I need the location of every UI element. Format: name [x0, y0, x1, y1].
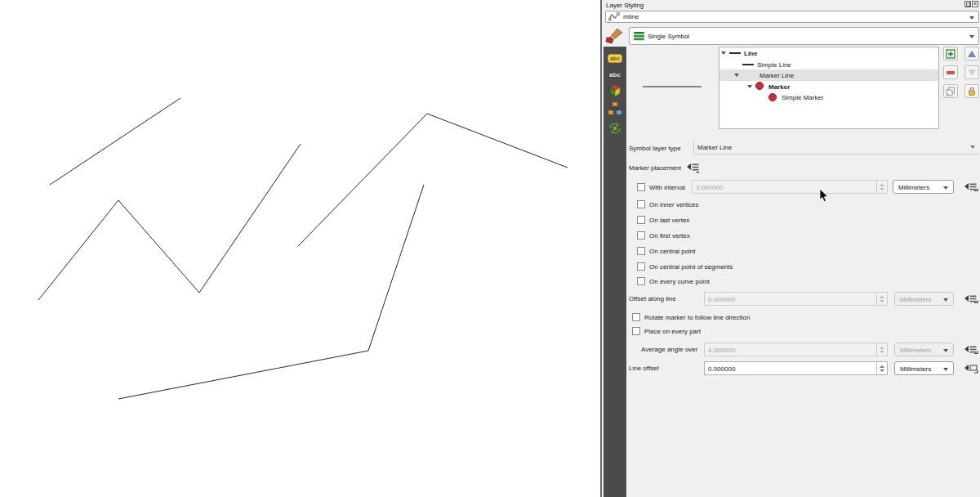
expander-icon[interactable] — [747, 85, 752, 88]
history-icon — [608, 122, 622, 135]
layer-styling-panel: Layer Styling ✕ mline — [600, 0, 980, 497]
remove-symbol-layer-button[interactable] — [943, 65, 958, 79]
offset-along-line-unit-combo[interactable]: Millimeters — [894, 292, 954, 306]
line-symbol-icon — [742, 64, 754, 65]
symbol-tree-item[interactable]: Marker Line — [719, 69, 938, 81]
spin-buttons[interactable] — [876, 343, 887, 356]
with-interval-label: With interval — [649, 184, 685, 191]
symbol-preview — [643, 86, 702, 87]
average-angle-label: Average angle over — [641, 346, 697, 353]
interval-data-defined-override-icon[interactable] — [964, 181, 978, 193]
offset-data-defined-override-icon[interactable] — [964, 293, 978, 305]
offset-along-line-spinbox[interactable]: 0.000000 — [704, 292, 888, 306]
line-offset-data-defined-override-icon[interactable] — [964, 362, 978, 374]
average-angle-data-defined-override-icon[interactable] — [964, 343, 978, 356]
average-angle-unit-combo[interactable]: Millimeters — [894, 343, 954, 356]
interval-spinbox[interactable]: 3.000000 — [692, 180, 888, 194]
spin-buttons[interactable] — [876, 293, 887, 305]
undock-icon[interactable] — [964, 1, 971, 7]
down-arrow-icon — [968, 69, 976, 76]
map-line-features — [0, 0, 600, 497]
panel-title: Layer Styling — [606, 2, 644, 9]
map-line-feature — [38, 144, 301, 300]
single-symbol-icon — [634, 31, 644, 41]
map-canvas[interactable] — [0, 0, 600, 497]
spin-buttons[interactable] — [876, 181, 887, 193]
placement-option-label: On first vertex — [649, 232, 690, 240]
symbology-tab-active[interactable] — [605, 28, 625, 44]
with-interval-checkbox[interactable] — [637, 183, 645, 191]
marker-placement-label: Marker placement — [629, 164, 681, 172]
close-icon[interactable]: ✕ — [972, 1, 978, 7]
sidebar-tab-diagrams[interactable] — [604, 101, 626, 117]
rotate-marker-checkbox[interactable] — [632, 313, 640, 321]
placement-option-label: On inner vertices — [649, 201, 698, 208]
place-on-every-part-checkbox[interactable] — [632, 327, 640, 335]
offset-along-line-label: Offset along line — [629, 295, 676, 302]
interval-unit-combo[interactable]: Millimeters — [893, 180, 954, 194]
minus-icon — [947, 71, 955, 74]
average-angle-spinbox[interactable]: 4.000000 — [704, 343, 888, 356]
map-line-feature — [298, 114, 568, 246]
expander-icon[interactable] — [721, 51, 726, 55]
up-arrow-icon — [968, 51, 976, 57]
map-line-feature — [118, 185, 424, 399]
layer-selector[interactable]: mline — [605, 11, 979, 23]
chevron-down-icon — [970, 146, 975, 149]
chevron-down-icon — [943, 349, 948, 352]
placement-option-checkbox[interactable] — [637, 277, 645, 285]
symbol-tree-item-label: Simple Line — [757, 61, 791, 69]
place-on-every-part-label: Place on every part — [644, 328, 701, 335]
mouse-cursor — [819, 189, 829, 203]
line-layer-icon — [608, 12, 620, 21]
symbol-tree-item-label: Line — [744, 50, 757, 57]
symbol-tree-item-label: Simple Marker — [782, 94, 824, 101]
line-offset-label: Line offset — [629, 365, 659, 372]
panel-sidebar: abc abc — [604, 47, 626, 497]
symbol-tree-item[interactable]: Simple Marker — [719, 92, 938, 103]
marker-placement-menu-icon[interactable] — [686, 161, 701, 173]
add-symbol-layer-button[interactable] — [943, 47, 958, 60]
symbol-tree-item-label: Marker — [768, 83, 790, 91]
symbol-tree-item[interactable]: Simple Line — [719, 59, 938, 70]
move-up-button[interactable] — [964, 47, 979, 60]
placement-option-checkbox[interactable] — [637, 231, 645, 240]
sidebar-tab-history[interactable] — [604, 120, 626, 137]
labels-abc-icon: abc — [608, 54, 622, 63]
red-marker-icon — [755, 82, 764, 90]
duplicate-icon — [946, 87, 956, 96]
line-symbol-icon — [729, 52, 741, 54]
move-down-button[interactable] — [964, 65, 979, 79]
placement-option-checkbox[interactable] — [637, 247, 645, 255]
lock-color-button[interactable] — [964, 84, 979, 98]
placement-option-checkbox[interactable] — [637, 200, 645, 208]
line-offset-unit-combo[interactable]: Millimeters — [894, 361, 954, 375]
sidebar-tab-labels[interactable]: abc — [604, 50, 626, 66]
sidebar-tab-3d-view[interactable] — [604, 83, 626, 99]
chevron-down-icon — [969, 16, 974, 20]
placement-option-checkbox[interactable] — [637, 216, 645, 224]
line-offset-spinbox[interactable]: 0.000000 — [704, 361, 888, 375]
sidebar-tab-callouts[interactable]: abc — [604, 66, 626, 83]
diagrams-icon — [608, 102, 622, 115]
chevron-down-icon — [943, 186, 948, 190]
chevron-down-icon — [943, 298, 948, 302]
symbol-tree-item-label: Marker Line — [760, 72, 794, 79]
duplicate-symbol-layer-button[interactable] — [943, 84, 958, 98]
placement-option-label: On central point — [649, 248, 695, 255]
renderer-selector[interactable]: Single Symbol — [629, 27, 979, 45]
symbol-tree[interactable]: LineSimple LineMarker LineMarkerSimple M… — [719, 47, 939, 129]
map-line-feature — [50, 98, 180, 185]
placement-option-label: On last vertex — [649, 217, 689, 224]
placement-option-checkbox[interactable] — [637, 262, 645, 271]
spin-buttons[interactable] — [876, 362, 887, 374]
symbol-tree-item[interactable]: Line — [719, 47, 938, 59]
symbol-layer-type-label: Symbol layer type — [629, 145, 681, 152]
chevron-down-icon — [969, 35, 974, 38]
rotate-marker-label: Rotate marker to follow line direction — [644, 314, 750, 321]
symbol-tree-item[interactable]: Marker — [719, 81, 938, 92]
symbol-layer-type-value: Marker Line — [697, 144, 732, 151]
symbol-layer-type-selector[interactable]: Marker Line — [693, 141, 978, 154]
expander-icon[interactable] — [734, 74, 739, 77]
lock-icon — [967, 87, 977, 96]
